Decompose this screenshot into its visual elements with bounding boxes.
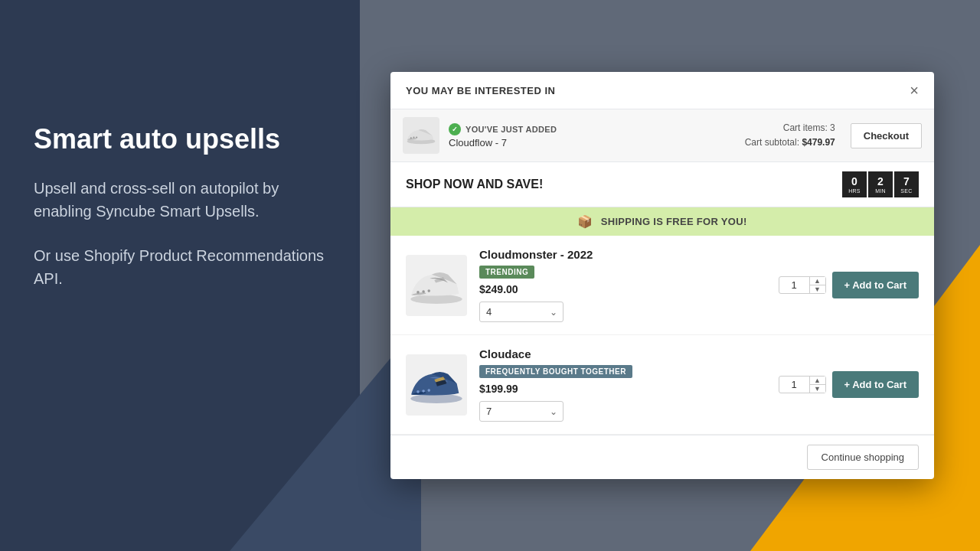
add-to-cart-button-2[interactable]: + Add to Cart — [832, 371, 920, 398]
product-actions-1: 1 ▲ ▼ + Add to Cart — [779, 272, 920, 298]
products-list: Cloudmonster - 2022 TRENDING $249.00 4 5… — [390, 236, 934, 435]
cart-subtotal: Cart subtotal: $479.97 — [745, 135, 835, 150]
qty-up-2[interactable]: ▲ — [810, 377, 825, 385]
checkout-button[interactable]: Checkout — [851, 123, 922, 148]
qty-down-1[interactable]: ▼ — [810, 285, 825, 293]
svg-point-11 — [427, 389, 430, 392]
variant-dropdown-2[interactable]: 4 5 6 7 8 — [479, 401, 564, 422]
product-actions-2: 1 ▲ ▼ + Add to Cart — [779, 371, 920, 398]
shop-now-text: SHOP NOW AND SAVE! — [406, 178, 543, 191]
close-button[interactable]: × — [910, 83, 919, 98]
product-price-1: $249.00 — [479, 283, 766, 295]
check-icon: ✓ — [449, 123, 461, 135]
cart-product-name: Cloudflow - 7 — [449, 137, 736, 148]
modal-overlay: YOU MAY BE INTERESTED IN × ✓ — [0, 0, 980, 551]
countdown-minutes: 2 MIN — [868, 171, 893, 197]
svg-point-3 — [416, 136, 417, 138]
quantity-control-2[interactable]: 1 ▲ ▼ — [779, 376, 826, 393]
shipping-icon: 📦 — [577, 214, 593, 229]
qty-down-2[interactable]: ▼ — [810, 385, 825, 393]
svg-point-7 — [427, 289, 430, 292]
modal: YOU MAY BE INTERESTED IN × ✓ — [390, 72, 934, 479]
shop-now-bar: SHOP NOW AND SAVE! 0 HRS 2 MIN 7 SEC — [390, 162, 934, 207]
product-name-1: Cloudmonster - 2022 — [479, 248, 766, 261]
add-to-cart-button-1[interactable]: + Add to Cart — [832, 272, 920, 298]
quantity-value-2: 1 — [779, 377, 810, 393]
product-image-1 — [406, 255, 467, 316]
svg-point-9 — [416, 390, 420, 393]
product-item-2: Cloudace FREQUENTLY BOUGHT TOGETHER $199… — [390, 335, 934, 435]
countdown-seconds: 7 SEC — [894, 171, 919, 197]
cart-items-count: Cart items: 3 — [745, 121, 835, 135]
svg-point-2 — [413, 136, 414, 138]
modal-header: YOU MAY BE INTERESTED IN × — [390, 72, 934, 109]
quantity-control-1[interactable]: 1 ▲ ▼ — [779, 276, 826, 294]
modal-title: YOU MAY BE INTERESTED IN — [406, 85, 555, 96]
product-name-2: Cloudace — [479, 347, 766, 360]
product-badge-1: TRENDING — [479, 266, 534, 279]
variant-dropdown-1[interactable]: 4 5 6 7 8 — [479, 302, 564, 322]
svg-point-6 — [422, 290, 425, 293]
product-badge-2: FREQUENTLY BOUGHT TOGETHER — [479, 365, 632, 378]
svg-point-5 — [416, 291, 420, 294]
quantity-value-1: 1 — [779, 277, 810, 293]
svg-point-10 — [422, 390, 425, 393]
product-price-2: $199.99 — [479, 383, 766, 395]
variant-select-1[interactable]: 4 5 6 7 8 — [479, 302, 564, 322]
countdown-timer: 0 HRS 2 MIN 7 SEC — [842, 171, 919, 197]
product-image-2 — [406, 354, 467, 416]
modal-footer: Continue shopping — [390, 435, 934, 479]
quantity-stepper-2[interactable]: ▲ ▼ — [810, 377, 825, 393]
continue-shopping-button[interactable]: Continue shopping — [807, 445, 919, 470]
cart-product-image — [403, 117, 439, 154]
product-details-2: Cloudace FREQUENTLY BOUGHT TOGETHER $199… — [479, 347, 766, 422]
quantity-stepper-1[interactable]: ▲ ▼ — [810, 277, 825, 293]
cart-added-info: ✓ YOU'VE JUST ADDED Cloudflow - 7 — [449, 123, 736, 148]
cart-totals: Cart items: 3 Cart subtotal: $479.97 — [745, 121, 835, 150]
countdown-hours: 0 HRS — [842, 171, 867, 197]
cart-summary-bar: ✓ YOU'VE JUST ADDED Cloudflow - 7 Cart i… — [390, 109, 934, 162]
product-details-1: Cloudmonster - 2022 TRENDING $249.00 4 5… — [479, 248, 766, 322]
svg-point-1 — [410, 137, 412, 139]
product-item-1: Cloudmonster - 2022 TRENDING $249.00 4 5… — [390, 236, 934, 335]
cart-added-label: ✓ YOU'VE JUST ADDED — [449, 123, 736, 135]
qty-up-1[interactable]: ▲ — [810, 277, 825, 285]
variant-select-2[interactable]: 4 5 6 7 8 — [479, 401, 564, 422]
shipping-banner: 📦 SHIPPING IS FREE FOR YOU! — [390, 207, 934, 236]
